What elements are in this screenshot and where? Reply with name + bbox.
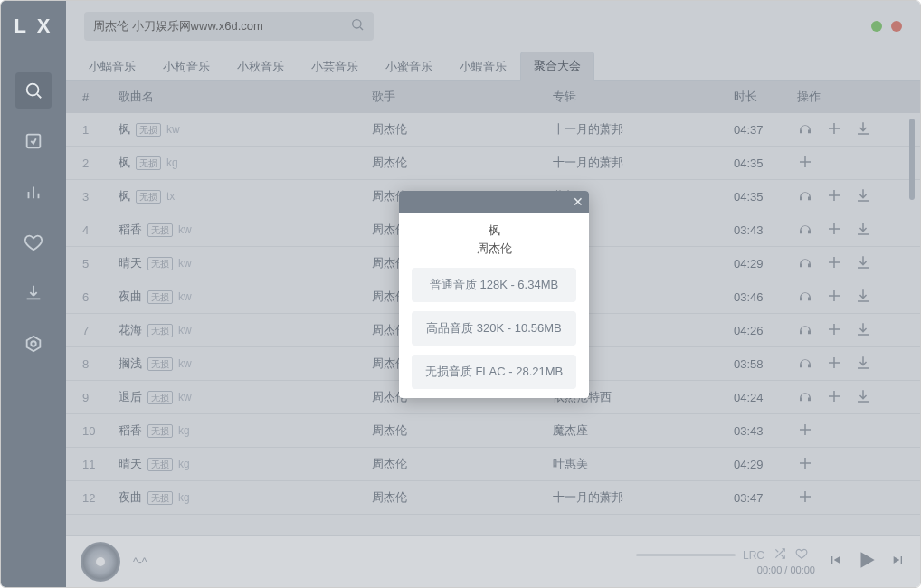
logo: L X [14, 14, 53, 38]
modal-song: 枫 [399, 222, 589, 240]
modal-artist: 周杰伦 [399, 240, 589, 258]
nav-playlist[interactable] [15, 123, 52, 159]
svg-point-7 [31, 341, 36, 346]
svg-marker-6 [27, 337, 41, 352]
svg-rect-2 [27, 135, 41, 148]
quality-option-2[interactable]: 无损音质 FLAC - 28.21MB [412, 355, 576, 389]
quality-modal: ✕ 枫 周杰伦 普通音质 128K - 6.34MB高品音质 320K - 10… [399, 191, 589, 398]
nav-search[interactable] [15, 72, 52, 109]
quality-option-1[interactable]: 高品音质 320K - 10.56MB [412, 311, 576, 346]
modal-header: ✕ [399, 191, 589, 213]
close-icon[interactable]: ✕ [573, 194, 584, 209]
quality-option-0[interactable]: 普通音质 128K - 6.34MB [412, 268, 576, 302]
nav-heart[interactable] [15, 224, 52, 261]
svg-point-0 [27, 84, 39, 96]
nav-settings[interactable] [15, 326, 52, 362]
sidebar: L X [1, 1, 66, 587]
nav-download[interactable] [15, 275, 52, 311]
svg-line-1 [37, 94, 41, 98]
modal-title: 枫 周杰伦 [399, 213, 589, 268]
nav-chart[interactable] [15, 174, 52, 210]
